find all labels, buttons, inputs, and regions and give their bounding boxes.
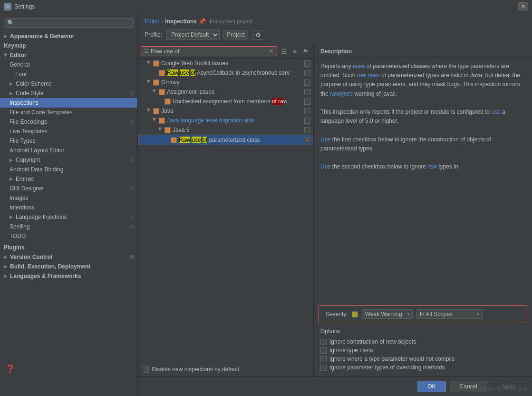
sidebar-item-color-scheme[interactable]: ▶ Color Scheme [0, 79, 137, 89]
tree-item-assignment-issues[interactable]: ▶ Assignment issues [138, 87, 313, 97]
filter-input[interactable] [151, 48, 267, 55]
close-button[interactable]: ✕ [518, 2, 528, 10]
scope-select-wrap: In All Scopes In Test Sources Only [416, 309, 483, 319]
content-panel: Editor › Inspections 📌 For current proje… [138, 13, 532, 396]
arrow-icon: ▶ [4, 264, 7, 269]
tree-item-checkbox[interactable] [304, 60, 310, 67]
sidebar-item-todo[interactable]: TODO [0, 231, 137, 241]
sidebar-item-version-control[interactable]: ▶ Version Control ⎘ [0, 252, 137, 262]
ok-button[interactable]: OK [417, 381, 445, 392]
profile-label: Profile: [145, 31, 162, 38]
tree-item-label: Raw use of parameterized class [179, 137, 302, 143]
sidebar-item-label: Code Style [16, 90, 44, 97]
tree-item-label: Java [161, 108, 302, 114]
arrow-icon: ▶ [10, 91, 13, 96]
sidebar-item-appearance[interactable]: ▶ Appearance & Behavior [0, 31, 137, 41]
sidebar-item-code-style[interactable]: ▶ Code Style ⎘ [0, 89, 137, 98]
filter-collapse-button[interactable]: ≡ [291, 47, 299, 56]
sidebar-item-emmet[interactable]: ▶ Emmet [0, 174, 137, 184]
severity-select[interactable]: Weak Warning Error Warning Information [362, 309, 413, 319]
option-checkbox-1[interactable] [320, 339, 327, 345]
sidebar-item-gui-designer[interactable]: GUI Designer ⎘ [0, 184, 137, 193]
tree-item-unchecked-assignment[interactable]: Unchecked assignment from members of raw [138, 97, 313, 106]
option-row-3: Ignore where a type parameter would not … [320, 355, 525, 363]
tree-item-checkbox[interactable]: ✓ [304, 137, 310, 143]
sidebar-item-language-injections[interactable]: ▶ Language Injections ⎘ [0, 212, 137, 222]
tree-item-java[interactable]: ▶ Java [138, 106, 313, 116]
description-header: Description [314, 44, 532, 57]
tree-item-raw-use-parameterized[interactable]: Raw use of parameterized class ✓ [138, 135, 313, 145]
sidebar-item-general[interactable]: General [0, 60, 137, 69]
sidebar-item-spelling[interactable]: Spelling ⎘ [0, 222, 137, 231]
copy-icon: ⎘ [130, 254, 134, 260]
copy-icon: ⎘ [130, 214, 134, 220]
tree-item-gwt[interactable]: ▶ Google Web Toolkit issues [138, 59, 313, 68]
sidebar-item-images[interactable]: Images [0, 193, 137, 203]
breadcrumb-current: Inspections [165, 18, 197, 25]
tree-item-checkbox[interactable] [304, 99, 310, 105]
copy-icon: ⎘ [130, 224, 134, 229]
tree-item-checkbox[interactable] [304, 70, 310, 76]
scope-select[interactable]: In All Scopes In Test Sources Only [416, 309, 483, 319]
main-container: 🔍 ▶ Appearance & Behavior Keymap ▶ Edito… [0, 13, 532, 396]
help-icon[interactable]: ❓ [6, 365, 15, 373]
tree-item-checkbox[interactable] [304, 118, 310, 124]
copy-icon: ⎘ [130, 90, 134, 96]
option-label-1: Ignore construction of new objects [329, 338, 416, 345]
tree-item-checkbox[interactable] [304, 89, 310, 95]
search-input[interactable] [16, 20, 130, 26]
arrow-icon: ▶ [3, 54, 8, 57]
tree-item-checkbox[interactable] [304, 127, 310, 133]
sidebar-item-editor[interactable]: ▶ Editor [0, 50, 137, 60]
sidebar-item-file-types[interactable]: File Types [0, 136, 137, 146]
filter-expand-button[interactable]: ☰ [279, 47, 289, 56]
sidebar-item-font[interactable]: Font [0, 69, 137, 79]
tree-item-checkbox[interactable] [304, 79, 310, 86]
tree-item-gwt-raw[interactable]: Raw use of AsyncCallback in asynchronous… [138, 68, 313, 78]
sidebar-item-languages-frameworks[interactable]: ▶ Languages & Frameworks [0, 271, 137, 281]
sidebar-item-copyright[interactable]: ▶ Copyright ⎘ [0, 155, 137, 165]
sidebar-item-label: Appearance & Behavior [10, 33, 74, 40]
sidebar-item-live-templates[interactable]: Live Templates [0, 127, 137, 136]
sidebar-item-label: Android Data Binding [10, 166, 63, 173]
search-box[interactable]: 🔍 [4, 18, 134, 28]
option-checkbox-2[interactable] [320, 347, 327, 354]
sidebar-item-label: Live Templates [10, 128, 48, 135]
severity-color-box [164, 127, 171, 133]
sidebar-item-label: Keymap [4, 42, 26, 49]
tree-item-java-migration[interactable]: ▶ Java language level migration aids [138, 116, 313, 125]
sidebar-item-inspections[interactable]: Inspections ⎘ [0, 98, 137, 108]
tree-item-java5[interactable]: ▶ Java 5 [138, 125, 313, 135]
sidebar-item-plugins[interactable]: Plugins [0, 243, 137, 252]
tree-list: ▶ Google Web Toolkit issues Raw use of A… [138, 59, 313, 362]
sidebar-item-android-data-binding[interactable]: Android Data Binding [0, 165, 137, 174]
filter-bar: ☰ ✕ ☰ ≡ ⚑ [138, 44, 313, 59]
for-current-project: For current project [210, 19, 252, 24]
tree-item-label: Java 5 [173, 127, 302, 133]
sidebar-item-file-encodings[interactable]: File Encodings ⎘ [0, 117, 137, 127]
breadcrumb-separator: › [161, 18, 163, 25]
gear-button[interactable]: ⚙ [252, 30, 264, 40]
sidebar-item-intentions[interactable]: Intentions [0, 203, 137, 212]
option-row-2: Ignore type casts [320, 346, 525, 355]
profile-select[interactable]: Project Default Default [166, 30, 220, 40]
sidebar-item-android-layout-editor[interactable]: Android Layout Editor [0, 146, 137, 155]
breadcrumb-editor[interactable]: Editor [145, 18, 159, 25]
tree-arrow-icon: ▶ [152, 118, 157, 123]
tree-item-label: Groovy [161, 79, 302, 86]
option-checkbox-3[interactable] [320, 356, 327, 362]
sidebar-item-keymap[interactable]: Keymap [0, 41, 137, 50]
severity-color-box [159, 89, 165, 95]
sidebar-item-file-code-templates[interactable]: File and Code Templates [0, 108, 137, 117]
sidebar-item-label: Font [15, 71, 27, 78]
filter-clear-icon[interactable]: ✕ [269, 48, 274, 55]
profile-project-button[interactable]: Project [223, 30, 248, 40]
footer-checkbox[interactable] [143, 366, 149, 373]
severity-color-box [171, 137, 177, 143]
tree-item-groovy[interactable]: ▶ Groovy [138, 78, 313, 87]
tree-item-checkbox[interactable] [304, 108, 310, 114]
option-checkbox-4[interactable] [320, 365, 327, 371]
filter-options-button[interactable]: ⚑ [300, 47, 310, 56]
sidebar-item-build-execution[interactable]: ▶ Build, Execution, Deployment [0, 262, 137, 271]
tree-footer: Disable new inspections by default [138, 362, 313, 376]
